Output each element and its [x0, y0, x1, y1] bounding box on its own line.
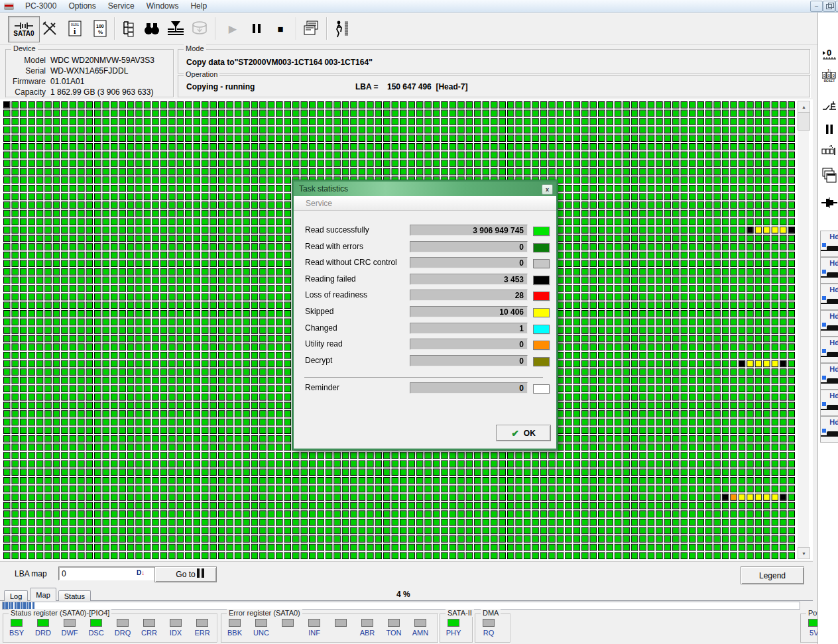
hd-label: Hd: [829, 286, 838, 294]
tab-log[interactable]: Log: [4, 590, 28, 601]
head-reset-icon[interactable]: 1↓ 000 RESET: [821, 68, 838, 83]
task-statistics-dialog: Task statistics x Service ✔ OK Read succ…: [292, 180, 558, 450]
dialog-close-button[interactable]: x: [542, 184, 553, 195]
sidebar-pause-icon[interactable]: [821, 124, 838, 134]
map-scrollbar[interactable]: ▲ ▼: [798, 101, 809, 559]
stat-value-field: 0: [410, 241, 528, 252]
hd-label: Hd: [829, 365, 838, 373]
menu-options[interactable]: Options: [62, 1, 101, 11]
exit-man-icon: [332, 19, 351, 38]
led-ERR: ERR: [191, 619, 213, 637]
stat-value-field: 3 453: [410, 274, 528, 285]
search-button[interactable]: [141, 17, 163, 40]
windows-cascade-icon[interactable]: [821, 166, 838, 185]
tab-map[interactable]: Map: [30, 588, 56, 601]
map-pause-icon[interactable]: [197, 568, 200, 578]
percent-doc-icon: 100%: [92, 19, 108, 38]
filter-button[interactable]: [164, 17, 187, 40]
power-relay-icon[interactable]: [821, 99, 838, 115]
scroll-up-icon[interactable]: ▲: [798, 101, 810, 113]
hd-head-button-7[interactable]: Hd: [820, 416, 838, 443]
led-DRD: DRD: [32, 619, 54, 637]
progress-bar: [2, 602, 800, 610]
stat-color-swatch: [533, 357, 550, 366]
port-registers-icon[interactable]: [821, 145, 838, 156]
stat-color-swatch: [533, 243, 550, 252]
device-firmware-value: 01.01A01: [50, 76, 84, 87]
exit-button[interactable]: [330, 17, 353, 40]
sata0-port-button[interactable]: SATA0: [8, 16, 40, 42]
menu-pc3000[interactable]: PC-3000: [19, 1, 62, 11]
stat-color-swatch: [533, 276, 550, 285]
head-chip-icon: [827, 352, 838, 357]
stat-label: Reading failed: [305, 274, 356, 284]
hd-head-button-4[interactable]: Hd: [820, 337, 838, 363]
check-icon: ✔: [511, 428, 519, 439]
stat-color-swatch: [533, 325, 550, 334]
hd-head-button-0[interactable]: Hd: [820, 231, 838, 257]
play-button[interactable]: ▶: [221, 17, 244, 40]
sata2-legend: SATA-II: [446, 609, 474, 617]
stop-button[interactable]: ■: [269, 17, 292, 40]
head-chip-icon: [827, 431, 838, 437]
scrollbar-thumb[interactable]: [798, 112, 810, 131]
script-info-button[interactable]: 0101i: [64, 17, 86, 40]
main-toolbar: SATA0 0101i 100% ▶ ■: [0, 13, 838, 45]
lba-map-input[interactable]: [58, 566, 164, 580]
stat-label: Loss of readiness: [305, 290, 367, 299]
hd-label: Hd: [829, 259, 838, 267]
operation-status: Copying - running: [186, 82, 255, 91]
device-firmware-row: Firmware01.01A01: [6, 76, 173, 87]
task-tree-button[interactable]: [117, 17, 139, 40]
hd-head-button-6[interactable]: Hd: [820, 390, 838, 416]
dialog-separator: [304, 377, 543, 378]
minimize-button[interactable]: –: [810, 1, 823, 12]
led-IDX: IDX: [164, 619, 187, 637]
ok-button[interactable]: ✔ OK: [496, 425, 551, 441]
mode-legend: Mode: [184, 44, 206, 52]
decimal-flag-icon[interactable]: D↓: [137, 569, 145, 576]
hd-head-button-2[interactable]: Hd: [820, 284, 838, 310]
hd-head-button-1[interactable]: Hd: [820, 257, 838, 284]
copy-windows-button[interactable]: [300, 17, 322, 40]
hd-label: Hd: [829, 392, 838, 400]
database-cylinder-icon: [190, 20, 209, 37]
stat-label: Read with errors: [305, 242, 363, 251]
stat-label: Skipped: [305, 307, 333, 316]
menu-help[interactable]: Help: [184, 1, 213, 11]
connector-icon[interactable]: [821, 197, 838, 209]
menu-service[interactable]: Service: [102, 1, 141, 11]
tab-status[interactable]: Status: [58, 590, 91, 601]
map-toolbar: LBA map D↓ Go to Legend: [0, 561, 813, 588]
dialog-menu-service[interactable]: Service: [306, 199, 332, 208]
reset-label: RESET: [824, 79, 835, 83]
tab-strip: LogMapStatus: [4, 588, 91, 601]
toolbar-separator: [114, 17, 115, 40]
hammer-wrench-icon: [41, 20, 58, 37]
device-panel: Device ModelWDC WD20NMVW-59AV3S3 SerialW…: [5, 49, 174, 97]
filter-funnel-icon: [166, 19, 186, 38]
mode-panel: Mode Copy data to"ST2000VM003-1CT164 003…: [178, 49, 810, 74]
dialog-titlebar[interactable]: Task statistics x: [294, 182, 556, 196]
menu-windows[interactable]: Windows: [141, 1, 185, 11]
stat-color-swatch: [533, 292, 550, 301]
database-button[interactable]: [188, 17, 211, 40]
lba-counter-icon[interactable]: 0: [821, 46, 838, 62]
hd-label: Hd: [829, 339, 838, 347]
restore-button[interactable]: [823, 1, 835, 12]
scroll-down-icon[interactable]: ▼: [798, 547, 810, 559]
hd-head-button-3[interactable]: Hd: [820, 310, 838, 337]
goto-button[interactable]: Go to: [154, 566, 217, 582]
toolbar-separator: [296, 17, 297, 40]
close-button[interactable]: x: [835, 1, 838, 12]
pause-button[interactable]: [245, 17, 268, 40]
map-pause-icon[interactable]: [202, 568, 204, 578]
stat-label: Read successfully: [305, 225, 369, 235]
device-capacity-value: 1 862.99 GB (3 906 963 633): [50, 87, 153, 97]
dialog-menubar: Service: [294, 196, 556, 211]
operation-panel: Operation Copying - running LBA = 150 64…: [178, 75, 810, 97]
statistics-percent-button[interactable]: 100%: [89, 17, 111, 40]
tools-button[interactable]: [38, 17, 61, 40]
hd-head-button-5[interactable]: Hd: [820, 363, 838, 390]
legend-button[interactable]: Legend: [741, 566, 804, 584]
